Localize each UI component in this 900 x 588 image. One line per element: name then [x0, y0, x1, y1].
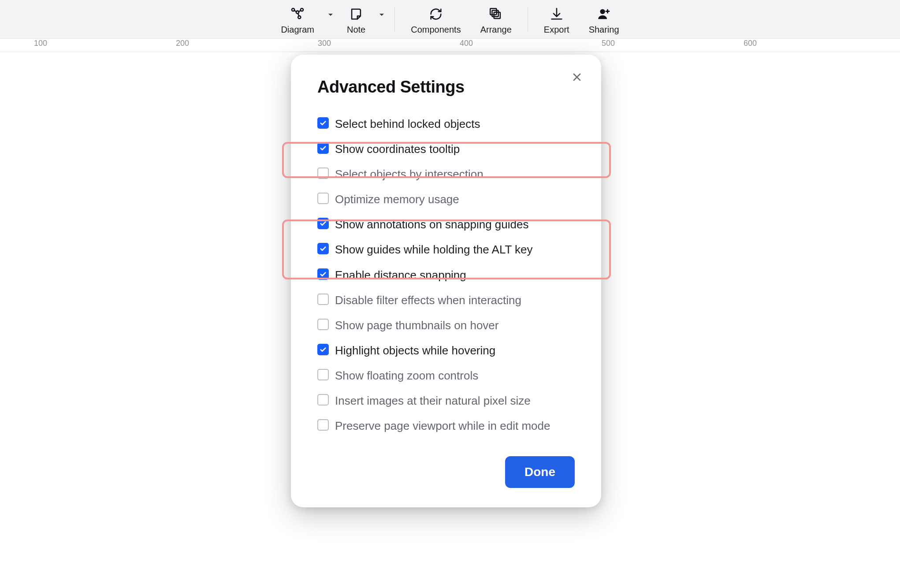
person-plus-icon [596, 4, 611, 24]
option-floating-zoom: Show floating zoom controls [317, 363, 575, 388]
option-label: Show annotations on snapping guides [335, 217, 528, 232]
option-label: Show guides while holding the ALT key [335, 242, 533, 257]
done-button[interactable]: Done [505, 456, 575, 488]
option-label: Highlight objects while hovering [335, 343, 495, 358]
option-preserve-viewport: Preserve page viewport while in edit mod… [317, 413, 575, 439]
ruler-tick: 100 [34, 39, 47, 48]
toolbar-components[interactable]: Components [401, 2, 470, 37]
toolbar-export[interactable]: Export [534, 2, 579, 37]
option-label: Select behind locked objects [335, 116, 480, 132]
svg-rect-5 [494, 12, 500, 19]
toolbar-label: Arrange [480, 25, 512, 35]
option-distance-snap: Enable distance snapping [317, 263, 575, 288]
toolbar-label: Note [347, 25, 365, 35]
toolbar-label: Diagram [281, 25, 314, 35]
arrange-icon [488, 4, 503, 24]
option-intersection: Select objects by intersection [317, 162, 575, 187]
checkbox-select-behind[interactable] [317, 117, 329, 129]
modal-title: Advanced Settings [317, 78, 575, 97]
horizontal-ruler: 100200300400500600 [0, 39, 900, 52]
toolbar-arrange[interactable]: Arrange [471, 2, 521, 37]
toolbar-diagram[interactable]: Diagram [271, 2, 324, 37]
toolbar-separator [394, 7, 395, 32]
option-page-thumbs: Show page thumbnails on hover [317, 313, 575, 338]
toolbar-label: Export [544, 25, 569, 35]
option-label: Select objects by intersection [335, 167, 483, 182]
option-label: Show floating zoom controls [335, 368, 478, 383]
toolbar-separator [528, 7, 528, 32]
option-natural-size: Insert images at their natural pixel siz… [317, 388, 575, 413]
checkbox-alt-guides[interactable] [317, 243, 329, 254]
option-label: Show coordinates tooltip [335, 141, 460, 157]
checkbox-optimize-mem[interactable] [317, 193, 329, 204]
dropdown-caret-icon[interactable] [324, 13, 337, 17]
checkbox-coords-tooltip[interactable] [317, 142, 329, 154]
toolbar: DiagramNoteComponentsArrangeExportSharin… [0, 0, 900, 39]
toolbar-sharing[interactable]: Sharing [579, 2, 629, 37]
option-coords-tooltip: Show coordinates tooltip [317, 137, 575, 162]
checkbox-page-thumbs[interactable] [317, 319, 329, 330]
option-label: Optimize memory usage [335, 192, 459, 207]
option-alt-guides: Show guides while holding the ALT key [317, 237, 575, 262]
svg-rect-4 [490, 8, 496, 15]
option-label: Preserve page viewport while in edit mod… [335, 418, 550, 434]
refresh-icon [428, 4, 443, 24]
ruler-tick: 200 [176, 39, 189, 48]
advanced-settings-modal: Advanced Settings Select behind locked o… [291, 55, 601, 507]
option-label: Enable distance snapping [335, 268, 466, 283]
checkbox-natural-size[interactable] [317, 394, 329, 406]
option-label: Show page thumbnails on hover [335, 318, 498, 333]
close-button[interactable] [570, 71, 584, 84]
dropdown-caret-icon[interactable] [375, 13, 388, 17]
checkbox-highlight-hover[interactable] [317, 344, 329, 355]
ruler-tick: 300 [318, 39, 331, 48]
checkbox-preserve-viewport[interactable] [317, 419, 329, 431]
note-icon [349, 4, 364, 24]
option-snap-annotations: Show annotations on snapping guides [317, 212, 575, 237]
svg-rect-6 [492, 11, 498, 17]
checkbox-intersection[interactable] [317, 167, 329, 179]
toolbar-label: Sharing [589, 25, 619, 35]
close-icon [572, 72, 582, 82]
download-icon [549, 4, 564, 24]
option-label: Disable filter effects when interacting [335, 293, 521, 308]
option-optimize-mem: Optimize memory usage [317, 187, 575, 212]
ruler-tick: 600 [744, 39, 757, 48]
option-label: Insert images at their natural pixel siz… [335, 393, 531, 409]
checkbox-distance-snap[interactable] [317, 268, 329, 280]
ruler-tick: 500 [602, 39, 615, 48]
option-select-behind: Select behind locked objects [317, 112, 575, 137]
svg-point-7 [600, 9, 605, 14]
ruler-tick: 400 [460, 39, 473, 48]
checkbox-snap-annotations[interactable] [317, 218, 329, 229]
toolbar-note[interactable]: Note [337, 2, 375, 37]
checkbox-floating-zoom[interactable] [317, 369, 329, 380]
toolbar-label: Components [411, 25, 461, 35]
option-disable-filter: Disable filter effects when interacting [317, 288, 575, 313]
option-highlight-hover: Highlight objects while hovering [317, 338, 575, 363]
checkbox-disable-filter[interactable] [317, 294, 329, 305]
nodes-icon [290, 4, 305, 24]
